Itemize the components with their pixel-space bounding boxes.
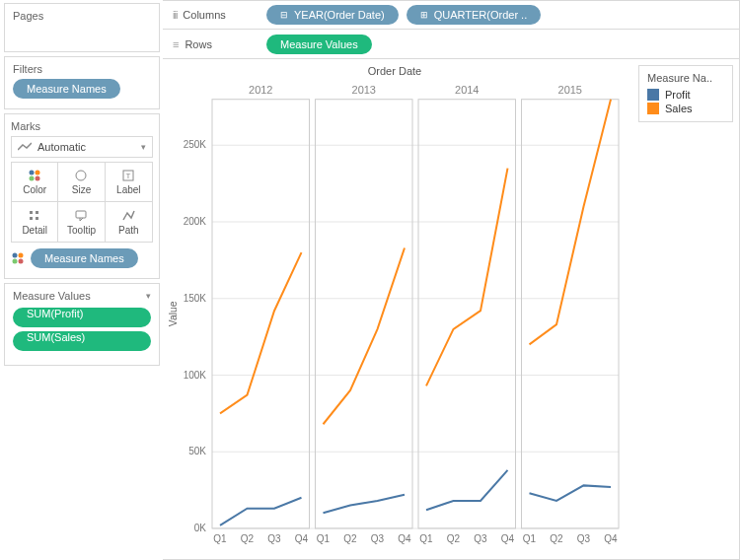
svg-text:Q1: Q1 [213,533,227,544]
size-icon [74,169,88,182]
rows-label: Rows [185,38,212,50]
left-sidebar: Pages Filters Measure Names Marks Automa… [0,0,163,560]
svg-text:2012: 2012 [249,83,272,95]
legend-title: Measure Na.. [647,72,724,88]
legend-item-sales[interactable]: Sales [647,102,724,115]
svg-rect-47 [522,100,620,528]
label-icon: T [121,169,135,182]
marks-size-button[interactable]: Size [58,163,105,202]
svg-text:Q3: Q3 [474,533,487,544]
svg-point-14 [13,259,18,264]
line-icon [18,142,32,152]
svg-text:0K: 0K [194,523,206,533]
svg-text:Q1: Q1 [317,533,331,544]
measure-values-title: Measure Values [13,290,91,302]
svg-text:Q4: Q4 [295,533,309,544]
svg-point-2 [30,176,35,181]
chevron-down-icon[interactable]: ▾ [146,291,151,301]
marks-color-pill[interactable]: Measure Names [31,248,138,268]
svg-rect-10 [36,217,38,220]
svg-point-15 [19,259,24,264]
svg-rect-11 [76,211,86,218]
svg-rect-29 [212,100,310,528]
rows-shelf[interactable]: ≡ Rows Measure Values [163,30,740,59]
svg-text:T: T [126,172,131,180]
measure-value-pill-profit[interactable]: SUM(Profit) [13,308,151,327]
chart-svg: 0K50K100K150K200K250KValue2012Q1Q2Q3Q420… [163,79,627,559]
svg-text:150K: 150K [184,293,207,304]
color-icon [28,169,41,182]
chart-title: Order Date [163,65,627,79]
filters-title: Filters [13,63,151,79]
svg-text:Q4: Q4 [501,533,515,544]
svg-text:100K: 100K [184,369,207,380]
columns-pill-year[interactable]: ⊟YEAR(Order Date) [266,5,399,25]
rows-pill-measure-values[interactable]: Measure Values [266,35,372,54]
pages-title: Pages [13,10,151,26]
svg-text:2015: 2015 [558,83,582,95]
svg-point-0 [30,171,35,175]
marks-color-assignment: Measure Names [11,248,153,268]
legend-item-profit[interactable]: Profit [647,88,724,102]
filter-pill-measure-names[interactable]: Measure Names [13,79,120,99]
marks-path-button[interactable]: Path [106,202,152,242]
svg-point-12 [13,253,18,258]
svg-text:Q2: Q2 [447,533,461,544]
svg-text:Q2: Q2 [343,533,357,544]
path-icon [121,209,135,223]
columns-pill-quarter[interactable]: ⊞QUARTER(Order .. [407,5,542,25]
columns-label: Columns [183,9,225,21]
marks-title: Marks [11,120,153,136]
filters-panel[interactable]: Filters Measure Names [4,56,160,109]
svg-text:250K: 250K [184,139,207,150]
svg-text:Q2: Q2 [241,533,255,544]
marks-panel: Marks Automatic ▾ Color Size T [4,113,160,279]
svg-text:Q4: Q4 [604,533,618,544]
viz-area: Order Date 0K50K100K150K200K250KValue201… [163,59,740,560]
svg-text:Q2: Q2 [550,533,563,544]
workspace: iii Columns ⊟YEAR(Order Date) ⊞QUARTER(O… [163,0,740,560]
chart[interactable]: Order Date 0K50K100K150K200K250KValue201… [163,59,632,559]
svg-text:200K: 200K [184,216,207,227]
measure-values-panel[interactable]: Measure Values ▾ SUM(Profit) SUM(Sales) [4,283,160,366]
svg-point-3 [36,176,40,181]
svg-rect-41 [418,100,516,528]
columns-icon: iii [173,9,177,21]
color-icon [11,251,25,265]
detail-icon [28,209,41,223]
svg-text:Q1: Q1 [419,533,433,544]
svg-text:Q4: Q4 [398,533,411,544]
app: Pages Filters Measure Names Marks Automa… [0,0,740,560]
svg-text:2014: 2014 [455,83,479,95]
swatch-profit [647,89,659,101]
marks-grid: Color Size T Label Detail Tooltip [11,162,153,243]
svg-text:Value: Value [168,301,179,326]
marks-detail-button[interactable]: Detail [12,202,58,242]
svg-text:Q3: Q3 [267,533,281,544]
rows-icon: ≡ [173,38,179,50]
legend[interactable]: Measure Na.. Profit Sales [638,65,733,122]
swatch-sales [647,103,659,114]
svg-text:Q3: Q3 [371,533,385,544]
svg-text:2013: 2013 [352,83,376,95]
chevron-down-icon: ▾ [141,142,146,152]
marks-color-button[interactable]: Color [12,163,58,202]
svg-rect-8 [36,211,38,214]
svg-rect-9 [30,217,33,220]
svg-point-13 [19,253,24,258]
pages-panel[interactable]: Pages [4,3,160,52]
svg-text:Q3: Q3 [577,533,591,544]
svg-text:Q1: Q1 [523,533,537,544]
measure-value-pill-sales[interactable]: SUM(Sales) [13,331,151,351]
svg-rect-7 [30,211,33,214]
svg-point-4 [76,171,86,180]
marks-type-label: Automatic [37,141,86,153]
svg-text:50K: 50K [188,446,206,456]
svg-point-1 [36,171,40,175]
marks-type-dropdown[interactable]: Automatic ▾ [11,136,153,158]
marks-label-button[interactable]: T Label [106,163,152,202]
marks-tooltip-button[interactable]: Tooltip [58,202,105,242]
tooltip-icon [74,209,88,223]
svg-rect-35 [316,100,413,528]
columns-shelf[interactable]: iii Columns ⊟YEAR(Order Date) ⊞QUARTER(O… [163,0,740,30]
